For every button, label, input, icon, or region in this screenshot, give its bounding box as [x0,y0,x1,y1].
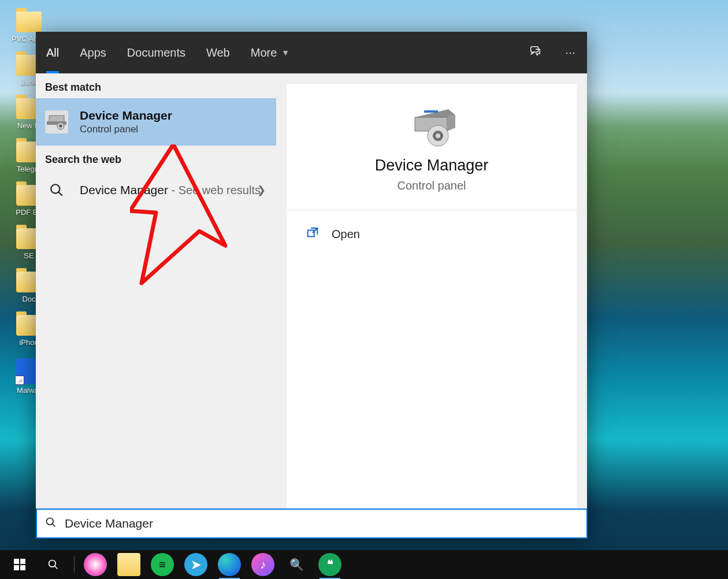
detail-subtitle: Control panel [398,179,466,192]
tab-web[interactable]: Web [206,32,230,73]
svg-rect-18 [14,559,19,564]
svg-point-22 [49,561,56,567]
taskbar: ≡ ➤ ♪ 🔍 ❝ [0,550,728,579]
svg-rect-21 [20,565,25,570]
svg-rect-19 [20,559,25,564]
web-result-secondary: - See web results [168,184,261,196]
svg-point-4 [60,125,62,128]
taskbar-app-everything[interactable]: 🔍 [280,550,313,579]
search-web-heading: Search the web [36,146,276,170]
action-open-label: Open [332,228,360,241]
taskbar-app-telegram[interactable]: ➤ [180,550,212,579]
svg-point-16 [47,518,54,525]
more-options-icon[interactable]: ⋯ [565,46,575,59]
start-button[interactable] [3,550,36,579]
start-search-flyout: All Apps Documents Web More▼ ⋯ Best matc… [36,32,587,536]
tab-all[interactable]: All [46,32,59,73]
desktop-icon-label: SE [24,251,34,260]
web-result-title: Device Manager [80,183,168,196]
svg-marker-9 [447,115,455,131]
tab-documents[interactable]: Documents [127,32,185,73]
taskbar-app-spotify[interactable]: ≡ [146,550,179,579]
detail-title: Device Manager [375,157,489,175]
svg-point-13 [436,133,440,138]
action-open[interactable]: Open [287,210,577,258]
svg-line-6 [58,192,62,196]
search-box[interactable] [36,509,588,539]
device-manager-icon [45,110,68,133]
tab-more[interactable]: More▼ [251,32,289,73]
device-manager-large-icon [409,107,454,144]
taskbar-app-edge[interactable] [213,550,246,579]
chevron-down-icon: ▼ [281,48,289,57]
tab-apps[interactable]: Apps [80,32,106,73]
best-match-title: Device Manager [80,109,172,123]
desktop-icon-label: Doc [22,295,35,303]
taskbar-app-hangouts[interactable]: ❝ [314,550,346,579]
svg-line-23 [55,566,58,569]
desktop-icon-label: Junk [21,78,36,87]
taskbar-search-button[interactable] [37,550,69,579]
best-match-subtitle: Control panel [80,124,172,135]
search-icon [45,179,68,202]
svg-point-5 [51,184,60,193]
svg-rect-20 [14,565,19,570]
taskbar-separator [74,556,75,573]
svg-line-17 [53,524,55,526]
best-match-heading: Best match [36,73,276,98]
svg-rect-10 [424,110,438,113]
taskbar-app-itunes[interactable]: ♪ [247,550,279,579]
search-tabs: All Apps Documents Web More▼ ⋯ [36,32,587,73]
taskbar-app-snip[interactable] [79,550,112,579]
svg-rect-14 [308,230,314,236]
web-result-device-manager[interactable]: Device Manager - See web results ❯ [36,170,276,210]
search-results-column: Best match Device Manager Control panel … [36,73,276,536]
feedback-icon[interactable] [529,45,542,61]
open-icon [306,227,319,242]
search-input[interactable] [65,517,578,530]
chevron-right-icon: ❯ [257,184,266,196]
taskbar-app-explorer[interactable] [113,550,145,579]
detail-panel: Device Manager Control panel Open [287,84,577,526]
search-icon [45,517,57,531]
best-match-result-device-manager[interactable]: Device Manager Control panel [36,98,276,146]
